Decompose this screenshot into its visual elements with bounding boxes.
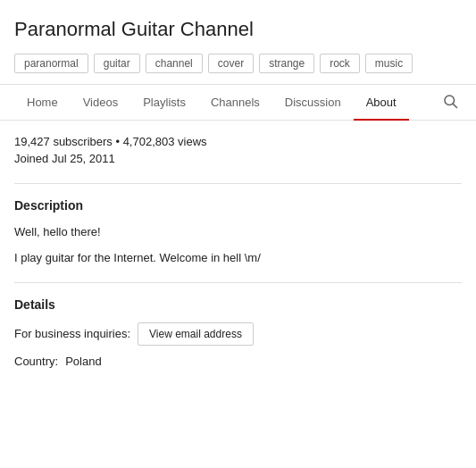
- channel-tag[interactable]: strange: [259, 54, 314, 73]
- country-label: Country:: [14, 355, 58, 368]
- stats-row: 19,427 subscribers • 4,702,803 views: [14, 135, 462, 148]
- country-row: Country: Poland: [14, 355, 462, 368]
- tags-row: paranormalguitarchannelcoverstrangerockm…: [14, 54, 462, 73]
- description-line: Well, hello there!: [14, 223, 462, 242]
- channel-tag[interactable]: cover: [208, 54, 254, 73]
- business-inquiries-row: For business inquiries: View email addre…: [14, 322, 462, 346]
- view-email-button[interactable]: View email address: [138, 322, 254, 346]
- channel-tag[interactable]: channel: [146, 54, 203, 73]
- channel-header: Paranormal Guitar Channel paranormalguit…: [0, 0, 476, 85]
- tab-playlists[interactable]: Playlists: [130, 85, 198, 120]
- channel-tag[interactable]: rock: [320, 54, 360, 73]
- svg-line-1: [453, 104, 456, 107]
- about-content: 19,427 subscribers • 4,702,803 views Joi…: [0, 121, 476, 391]
- tab-videos[interactable]: Videos: [71, 85, 131, 120]
- subscribers-label: subscribers: [53, 135, 112, 148]
- business-label: For business inquiries:: [14, 327, 130, 340]
- channel-tag[interactable]: paranormal: [14, 54, 88, 73]
- search-icon[interactable]: [438, 86, 462, 119]
- description-line: I play guitar for the Internet. Welcome …: [14, 249, 462, 268]
- subscribers-count: 19,427: [14, 135, 50, 148]
- description-title: Description: [14, 198, 462, 213]
- tab-about[interactable]: About: [354, 85, 409, 120]
- tab-channels[interactable]: Channels: [198, 85, 272, 120]
- country-value: Poland: [65, 355, 101, 368]
- details-section: Details For business inquiries: View ema…: [14, 297, 462, 368]
- channel-tag[interactable]: music: [365, 54, 413, 73]
- channel-title: Paranormal Guitar Channel: [14, 18, 462, 41]
- details-title: Details: [14, 297, 462, 312]
- description-lines: Well, hello there!I play guitar for the …: [14, 223, 462, 268]
- nav-tabs: HomeVideosPlaylistsChannelsDiscussionAbo…: [0, 85, 476, 121]
- joined-date: Joined Jul 25, 2011: [14, 152, 462, 165]
- tab-discussion[interactable]: Discussion: [272, 85, 354, 120]
- divider-2: [14, 282, 462, 283]
- tab-home[interactable]: Home: [14, 85, 71, 120]
- divider-1: [14, 183, 462, 184]
- channel-tag[interactable]: guitar: [94, 54, 140, 73]
- views-label: views: [178, 135, 207, 148]
- views-count: 4,702,803: [123, 135, 175, 148]
